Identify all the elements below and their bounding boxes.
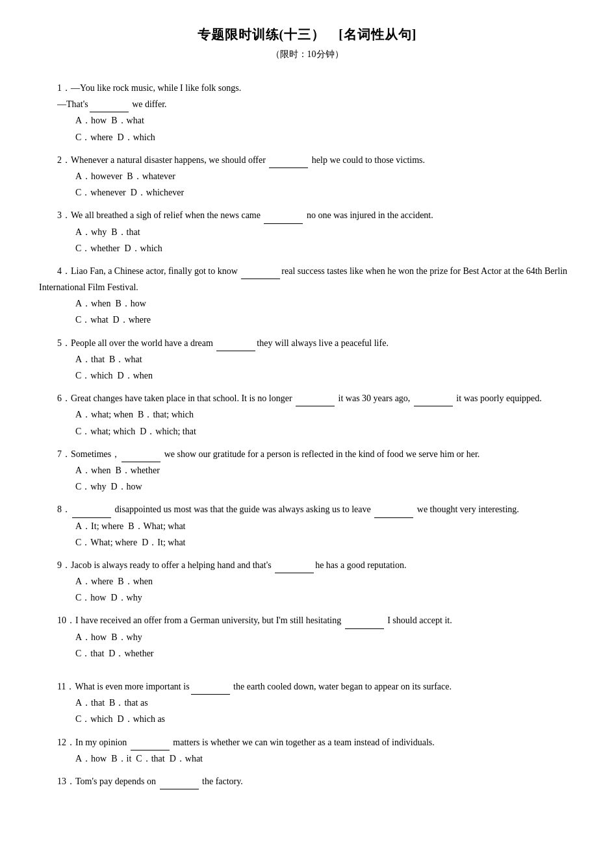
q6-options1: A．what; when B．that; which xyxy=(39,406,575,423)
q9-options2: C．how D．why xyxy=(39,589,575,606)
q8-options2: C．What; where D．It; what xyxy=(39,534,575,551)
q3-options1: A．why B．that xyxy=(39,224,575,240)
q7-options2: C．why D．how xyxy=(39,478,575,495)
q4-options1: A．when B．how xyxy=(39,295,575,312)
q1-line2: —That's we differ. xyxy=(39,96,575,112)
q11-text: 11．What is even more important is the ea… xyxy=(39,678,575,695)
q7-options1: A．when B．whether xyxy=(39,462,575,478)
q12-options1: A．how B．it C．that D．what xyxy=(39,750,575,767)
subtitle: （限时：10分钟） xyxy=(39,49,575,60)
question-7: 7．Sometimes， we show our gratitude for a… xyxy=(39,446,575,495)
question-9: 9．Jacob is always ready to offer a helpi… xyxy=(39,557,575,606)
q5-options2: C．which D．when xyxy=(39,367,575,384)
question-5: 5．People all over the world have a dream… xyxy=(39,335,575,384)
q5-options1: A．that B．what xyxy=(39,351,575,367)
question-4: 4．Liao Fan, a Chinese actor, finally got… xyxy=(39,263,575,329)
question-2: 2．Whenever a natural disaster happens, w… xyxy=(39,152,575,201)
q9-text: 9．Jacob is always ready to offer a helpi… xyxy=(39,557,575,573)
page-container: 专题限时训练(十三） [名词性从句] （限时：10分钟） 1．—You like… xyxy=(39,26,575,789)
question-13: 13．Tom's pay depends on the factory. xyxy=(39,773,575,789)
q10-text: 10．I have received an offer from a Germa… xyxy=(39,612,575,628)
q6-text: 6．Great changes have taken place in that… xyxy=(39,390,575,406)
question-6: 6．Great changes have taken place in that… xyxy=(39,390,575,440)
page-title: 专题限时训练(十三） [名词性从句] xyxy=(39,26,575,43)
q4-text: 4．Liao Fan, a Chinese actor, finally got… xyxy=(39,263,575,295)
q10-options1: A．how B．why xyxy=(39,629,575,645)
q2-options2: C．whenever D．whichever xyxy=(39,184,575,201)
q5-text: 5．People all over the world have a dream… xyxy=(39,335,575,351)
question-8: 8． disappointed us most was that the gui… xyxy=(39,501,575,551)
q4-options2: C．what D．where xyxy=(39,312,575,328)
q8-options1: A．It; where B．What; what xyxy=(39,518,575,534)
q2-text: 2．Whenever a natural disaster happens, w… xyxy=(39,152,575,168)
q11-options2: C．which D．which as xyxy=(39,711,575,727)
q6-options2: C．what; which D．which; that xyxy=(39,423,575,440)
q13-text: 13．Tom's pay depends on the factory. xyxy=(39,773,575,789)
q1-options2: C．where D．which xyxy=(39,129,575,145)
q1-options1: A．how B．what xyxy=(39,112,575,129)
question-10: 10．I have received an offer from a Germa… xyxy=(39,612,575,662)
q8-text: 8． disappointed us most was that the gui… xyxy=(39,501,575,517)
q11-options1: A．that B．that as xyxy=(39,695,575,711)
question-11: 11．What is even more important is the ea… xyxy=(39,678,575,728)
q9-options1: A．where B．when xyxy=(39,573,575,589)
q2-options1: A．however B．whatever xyxy=(39,168,575,184)
question-3: 3．We all breathed a sigh of relief when … xyxy=(39,207,575,256)
q10-options2: C．that D．whether xyxy=(39,645,575,662)
q7-text: 7．Sometimes， we show our gratitude for a… xyxy=(39,446,575,462)
q3-options2: C．whether D．which xyxy=(39,240,575,256)
question-1: 1．—You like rock music, while I like fol… xyxy=(39,80,575,145)
question-12: 12．In my opinion matters is whether we c… xyxy=(39,734,575,767)
q3-text: 3．We all breathed a sigh of relief when … xyxy=(39,207,575,223)
q1-line1: 1．—You like rock music, while I like fol… xyxy=(39,80,575,96)
q12-text: 12．In my opinion matters is whether we c… xyxy=(39,734,575,750)
